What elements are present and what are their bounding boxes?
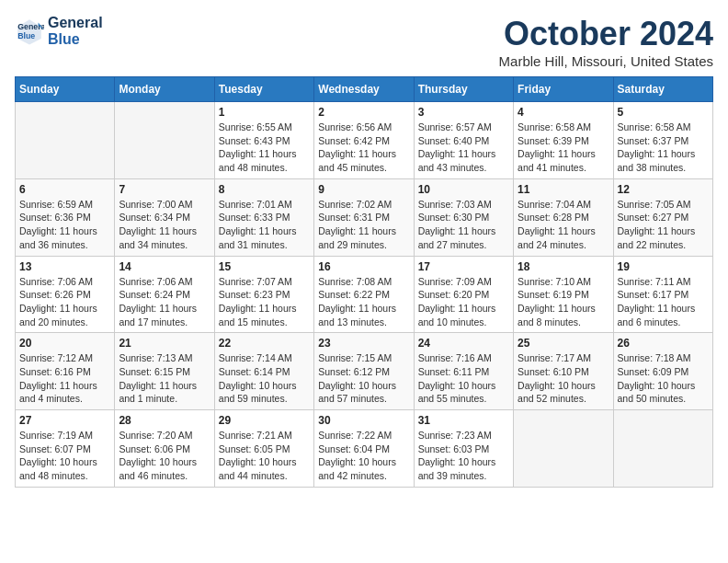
weekday-header: Thursday	[414, 77, 513, 102]
svg-text:Blue: Blue	[17, 31, 35, 40]
calendar-cell: 21Sunrise: 7:13 AM Sunset: 6:15 PM Dayli…	[115, 333, 214, 410]
calendar-cell: 7Sunrise: 7:00 AM Sunset: 6:34 PM Daylig…	[115, 178, 214, 256]
calendar-cell: 9Sunrise: 7:02 AM Sunset: 6:31 PM Daylig…	[314, 178, 414, 256]
day-number: 10	[418, 183, 509, 196]
calendar-week-row: 13Sunrise: 7:06 AM Sunset: 6:26 PM Dayli…	[16, 256, 713, 333]
calendar-cell: 10Sunrise: 7:03 AM Sunset: 6:30 PM Dayli…	[414, 178, 513, 256]
day-info: Sunrise: 6:56 AM Sunset: 6:42 PM Dayligh…	[318, 121, 409, 175]
day-number: 1	[219, 106, 310, 119]
day-number: 17	[418, 260, 509, 273]
day-info: Sunrise: 7:22 AM Sunset: 6:04 PM Dayligh…	[318, 429, 409, 483]
day-number: 14	[119, 260, 210, 273]
logo-line1: General	[48, 15, 103, 31]
calendar-cell: 13Sunrise: 7:06 AM Sunset: 6:26 PM Dayli…	[16, 256, 115, 333]
day-number: 20	[19, 337, 110, 350]
calendar-cell: 12Sunrise: 7:05 AM Sunset: 6:27 PM Dayli…	[613, 178, 712, 256]
day-info: Sunrise: 7:17 AM Sunset: 6:10 PM Dayligh…	[518, 351, 609, 406]
calendar-cell: 28Sunrise: 7:20 AM Sunset: 6:06 PM Dayli…	[115, 410, 214, 488]
calendar-cell: 22Sunrise: 7:14 AM Sunset: 6:14 PM Dayli…	[214, 333, 313, 410]
day-number: 18	[518, 260, 609, 273]
day-info: Sunrise: 7:00 AM Sunset: 6:34 PM Dayligh…	[119, 198, 210, 252]
day-info: Sunrise: 6:58 AM Sunset: 6:37 PM Dayligh…	[618, 121, 709, 175]
logo-icon: General Blue	[15, 17, 44, 46]
calendar-cell: 20Sunrise: 7:12 AM Sunset: 6:16 PM Dayli…	[16, 333, 115, 410]
day-number: 29	[219, 414, 310, 427]
weekday-header: Tuesday	[214, 77, 313, 102]
day-info: Sunrise: 6:57 AM Sunset: 6:40 PM Dayligh…	[418, 121, 509, 175]
day-number: 27	[19, 414, 110, 427]
day-number: 4	[518, 106, 609, 119]
calendar-cell: 14Sunrise: 7:06 AM Sunset: 6:24 PM Dayli…	[115, 256, 214, 333]
day-number: 16	[318, 260, 409, 273]
day-info: Sunrise: 7:12 AM Sunset: 6:16 PM Dayligh…	[19, 351, 110, 406]
calendar-cell	[16, 102, 115, 179]
calendar-cell: 30Sunrise: 7:22 AM Sunset: 6:04 PM Dayli…	[314, 410, 414, 488]
calendar-week-row: 6Sunrise: 6:59 AM Sunset: 6:36 PM Daylig…	[16, 178, 713, 256]
day-number: 23	[318, 337, 409, 350]
day-info: Sunrise: 7:06 AM Sunset: 6:24 PM Dayligh…	[119, 275, 210, 329]
day-info: Sunrise: 7:21 AM Sunset: 6:05 PM Dayligh…	[219, 429, 310, 483]
weekday-header: Wednesday	[314, 77, 414, 102]
calendar-cell: 2Sunrise: 6:56 AM Sunset: 6:42 PM Daylig…	[314, 102, 414, 179]
day-number: 3	[418, 106, 509, 119]
day-number: 11	[518, 183, 609, 196]
day-number: 7	[119, 183, 210, 196]
day-number: 19	[618, 260, 709, 273]
day-info: Sunrise: 7:16 AM Sunset: 6:11 PM Dayligh…	[418, 351, 509, 406]
day-info: Sunrise: 7:06 AM Sunset: 6:26 PM Dayligh…	[19, 275, 110, 329]
calendar-cell: 1Sunrise: 6:55 AM Sunset: 6:43 PM Daylig…	[214, 102, 313, 179]
day-number: 31	[418, 414, 509, 427]
day-info: Sunrise: 7:11 AM Sunset: 6:17 PM Dayligh…	[618, 275, 709, 329]
day-number: 30	[318, 414, 409, 427]
day-number: 8	[219, 183, 310, 196]
calendar-cell: 6Sunrise: 6:59 AM Sunset: 6:36 PM Daylig…	[16, 178, 115, 256]
logo: General Blue General Blue	[15, 15, 103, 47]
day-number: 2	[318, 106, 409, 119]
day-info: Sunrise: 7:23 AM Sunset: 6:03 PM Dayligh…	[418, 429, 509, 483]
day-number: 12	[618, 183, 709, 196]
day-info: Sunrise: 6:55 AM Sunset: 6:43 PM Dayligh…	[219, 121, 310, 175]
day-info: Sunrise: 7:02 AM Sunset: 6:31 PM Dayligh…	[318, 198, 409, 252]
day-info: Sunrise: 7:03 AM Sunset: 6:30 PM Dayligh…	[418, 198, 509, 252]
calendar-cell: 4Sunrise: 6:58 AM Sunset: 6:39 PM Daylig…	[514, 102, 613, 179]
day-number: 5	[618, 106, 709, 119]
day-info: Sunrise: 7:07 AM Sunset: 6:23 PM Dayligh…	[219, 275, 310, 329]
day-number: 24	[418, 337, 509, 350]
calendar-cell: 27Sunrise: 7:19 AM Sunset: 6:07 PM Dayli…	[16, 410, 115, 488]
day-info: Sunrise: 7:04 AM Sunset: 6:28 PM Dayligh…	[518, 198, 609, 252]
calendar-week-row: 27Sunrise: 7:19 AM Sunset: 6:07 PM Dayli…	[16, 410, 713, 488]
day-info: Sunrise: 7:05 AM Sunset: 6:27 PM Dayligh…	[618, 198, 709, 252]
calendar-cell: 16Sunrise: 7:08 AM Sunset: 6:22 PM Dayli…	[314, 256, 414, 333]
calendar-week-row: 20Sunrise: 7:12 AM Sunset: 6:16 PM Dayli…	[16, 333, 713, 410]
calendar-cell	[613, 410, 712, 488]
logo-line2: Blue	[48, 31, 103, 48]
calendar-cell: 15Sunrise: 7:07 AM Sunset: 6:23 PM Dayli…	[214, 256, 313, 333]
calendar-cell: 23Sunrise: 7:15 AM Sunset: 6:12 PM Dayli…	[314, 333, 414, 410]
calendar-cell: 8Sunrise: 7:01 AM Sunset: 6:33 PM Daylig…	[214, 178, 313, 256]
day-info: Sunrise: 7:13 AM Sunset: 6:15 PM Dayligh…	[119, 351, 210, 406]
day-info: Sunrise: 7:10 AM Sunset: 6:19 PM Dayligh…	[518, 275, 609, 329]
calendar-subtitle: Marble Hill, Missouri, United States	[499, 53, 713, 69]
svg-text:General: General	[17, 22, 44, 31]
title-area: October 2024 Marble Hill, Missouri, Unit…	[499, 15, 713, 69]
calendar-cell: 5Sunrise: 6:58 AM Sunset: 6:37 PM Daylig…	[613, 102, 712, 179]
calendar-cell: 18Sunrise: 7:10 AM Sunset: 6:19 PM Dayli…	[514, 256, 613, 333]
day-info: Sunrise: 7:20 AM Sunset: 6:06 PM Dayligh…	[119, 429, 210, 483]
day-info: Sunrise: 7:08 AM Sunset: 6:22 PM Dayligh…	[318, 275, 409, 329]
day-info: Sunrise: 6:58 AM Sunset: 6:39 PM Dayligh…	[518, 121, 609, 175]
calendar-cell: 17Sunrise: 7:09 AM Sunset: 6:20 PM Dayli…	[414, 256, 513, 333]
weekday-header-row: SundayMondayTuesdayWednesdayThursdayFrid…	[16, 77, 713, 102]
day-info: Sunrise: 7:09 AM Sunset: 6:20 PM Dayligh…	[418, 275, 509, 329]
weekday-header: Saturday	[613, 77, 712, 102]
day-info: Sunrise: 7:19 AM Sunset: 6:07 PM Dayligh…	[19, 429, 110, 483]
weekday-header: Friday	[514, 77, 613, 102]
calendar-table: SundayMondayTuesdayWednesdayThursdayFrid…	[15, 76, 713, 488]
day-info: Sunrise: 7:18 AM Sunset: 6:09 PM Dayligh…	[618, 351, 709, 406]
calendar-cell	[514, 410, 613, 488]
day-number: 15	[219, 260, 310, 273]
calendar-title: October 2024	[499, 15, 713, 53]
calendar-cell: 3Sunrise: 6:57 AM Sunset: 6:40 PM Daylig…	[414, 102, 513, 179]
calendar-cell: 11Sunrise: 7:04 AM Sunset: 6:28 PM Dayli…	[514, 178, 613, 256]
day-info: Sunrise: 7:15 AM Sunset: 6:12 PM Dayligh…	[318, 351, 409, 406]
day-number: 13	[19, 260, 110, 273]
